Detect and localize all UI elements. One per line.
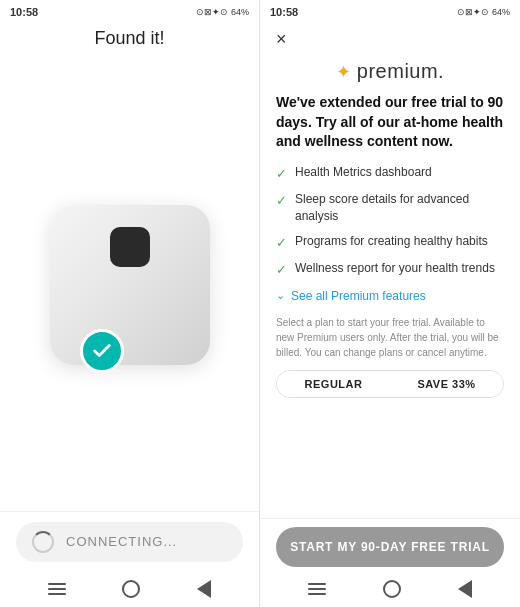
left-panel: 10:58 ⊙⊠✦⊙ 64% Found it! CONNECTING... — [0, 0, 260, 607]
premium-icon: ✦ — [336, 61, 351, 83]
disclaimer-text: Select a plan to start your free trial. … — [276, 315, 504, 360]
list-item: ✓ Sleep score details for advanced analy… — [276, 191, 504, 225]
nav-bar-left — [0, 571, 259, 607]
check-icon: ✓ — [276, 261, 287, 279]
nav-home-icon-left[interactable] — [122, 580, 140, 598]
connecting-container: CONNECTING... — [16, 522, 243, 562]
check-icon: ✓ — [276, 165, 287, 183]
status-bar-right: 10:58 ⊙⊠✦⊙ 64% — [260, 0, 520, 22]
status-icons-left: ⊙⊠✦⊙ 64% — [196, 7, 249, 17]
list-item: ✓ Wellness report for your health trends — [276, 260, 504, 279]
nav-menu-icon-right[interactable] — [308, 583, 326, 595]
plan-regular-tab[interactable]: REGULAR — [277, 371, 390, 397]
connecting-text: CONNECTING... — [66, 534, 177, 549]
premium-label: premium. — [357, 60, 444, 83]
feature-text: Sleep score details for advanced analysi… — [295, 191, 504, 225]
close-button[interactable]: × — [276, 30, 287, 48]
status-icons-right: ⊙⊠✦⊙ 64% — [457, 7, 510, 17]
found-it-title: Found it! — [0, 22, 259, 59]
list-item: ✓ Programs for creating healthy habits — [276, 233, 504, 252]
premium-logo: ✦ premium. — [260, 54, 520, 93]
time-left: 10:58 — [10, 6, 38, 18]
check-icon: ✓ — [276, 234, 287, 252]
status-bar-left: 10:58 ⊙⊠✦⊙ 64% — [0, 0, 259, 22]
check-icon: ✓ — [276, 192, 287, 210]
features-list: ✓ Health Metrics dashboard ✓ Sleep score… — [276, 164, 504, 279]
nav-home-icon-right[interactable] — [383, 580, 401, 598]
right-panel: 10:58 ⊙⊠✦⊙ 64% × ✦ premium. We've extend… — [260, 0, 520, 607]
plan-save-tab[interactable]: SAVE 33% — [390, 371, 503, 397]
see-all-premium-link[interactable]: ⌄ See all Premium features — [276, 289, 504, 303]
right-header: × — [260, 22, 520, 54]
bottom-bar-left: CONNECTING... — [0, 511, 259, 571]
right-content: We've extended our free trial to 90 days… — [260, 93, 520, 518]
see-all-label: See all Premium features — [291, 289, 426, 303]
device-container — [0, 59, 259, 511]
nav-back-icon-right[interactable] — [458, 580, 472, 598]
time-right: 10:58 — [270, 6, 298, 18]
list-item: ✓ Health Metrics dashboard — [276, 164, 504, 183]
nav-back-icon-left[interactable] — [197, 580, 211, 598]
start-trial-button[interactable]: START MY 90-DAY FREE TRIAL — [276, 527, 504, 567]
promo-heading: We've extended our free trial to 90 days… — [276, 93, 504, 152]
feature-text: Programs for creating healthy habits — [295, 233, 488, 250]
bottom-bar-right: START MY 90-DAY FREE TRIAL — [260, 518, 520, 571]
feature-text: Wellness report for your health trends — [295, 260, 495, 277]
connecting-spinner — [32, 531, 54, 553]
nav-menu-icon-left[interactable] — [48, 583, 66, 595]
nav-bar-right — [260, 571, 520, 607]
feature-text: Health Metrics dashboard — [295, 164, 432, 181]
plan-tabs: REGULAR SAVE 33% — [276, 370, 504, 398]
scale-button — [110, 227, 150, 267]
scale-image — [50, 205, 210, 365]
scale-check-icon — [80, 329, 124, 373]
chevron-down-icon: ⌄ — [276, 289, 285, 302]
